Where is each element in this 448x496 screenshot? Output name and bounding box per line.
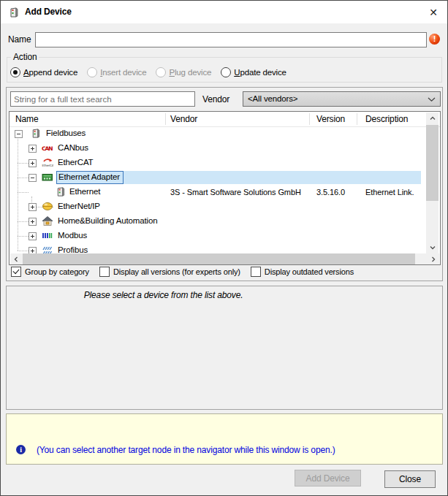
- radio-dot-append[interactable]: [10, 67, 20, 77]
- canbus-icon: CAN: [42, 142, 53, 153]
- close-button[interactable]: Close: [384, 470, 436, 488]
- checkbox-label: Group by category: [25, 267, 89, 276]
- expand-icon[interactable]: [29, 159, 37, 167]
- column-divider: [309, 113, 310, 125]
- action-radio-row: Append device Insert device Plug device …: [10, 67, 286, 77]
- expand-icon[interactable]: [29, 232, 37, 240]
- tree-label[interactable]: CANbus: [58, 143, 88, 152]
- collapse-icon[interactable]: [15, 130, 23, 138]
- expand-icon[interactable]: [29, 218, 37, 226]
- close-icon[interactable]: ✕: [423, 4, 444, 21]
- checkbox-display-all-versions[interactable]: Display all versions (for experts only): [99, 267, 240, 277]
- column-header-vendor[interactable]: Vendor: [170, 114, 197, 124]
- radio-label-plug: Plug device: [169, 68, 211, 77]
- scroll-down-icon[interactable]: [426, 242, 438, 253]
- radio-append-device[interactable]: Append device: [10, 67, 77, 77]
- collapse-icon[interactable]: [29, 174, 37, 182]
- name-label: Name: [8, 34, 31, 45]
- info-icon: i: [16, 445, 26, 454]
- tree-row-ethernet-adapter[interactable]: Ethernet Adapter: [10, 170, 440, 185]
- device-icon: [55, 186, 67, 197]
- tree-label[interactable]: Fieldbuses: [46, 129, 86, 137]
- modbus-icon: [42, 230, 53, 241]
- info-text: (You can select another target node in t…: [37, 445, 335, 455]
- expand-icon[interactable]: [29, 145, 37, 153]
- ethernet-adapter-icon: [42, 172, 53, 183]
- tree-header: Name Vendor Version Description: [10, 112, 440, 127]
- home-icon: [42, 215, 53, 226]
- svg-text:CAN: CAN: [42, 145, 53, 152]
- checkbox-group-by-category[interactable]: Group by category: [11, 267, 89, 277]
- scroll-left-icon[interactable]: [10, 253, 22, 265]
- info-panel: i (You can select another target node in…: [6, 413, 443, 465]
- title-bar: Add Device ✕: [1, 1, 447, 23]
- tree-row-canbus[interactable]: CAN CANbus: [10, 141, 440, 156]
- tree-rows: Fieldbuses CAN CANbus EtherCA: [10, 126, 440, 264]
- error-icon: !: [429, 34, 440, 45]
- scroll-up-icon[interactable]: [426, 112, 438, 124]
- tree-row-modbus[interactable]: Modbus: [10, 229, 440, 243]
- radio-insert-device: Insert device: [87, 67, 146, 77]
- radio-update-device[interactable]: Update device: [221, 67, 286, 77]
- radio-label-update: Update device: [234, 68, 286, 77]
- scroll-right-icon[interactable]: [428, 253, 439, 265]
- add-device-dialog: Add Device ✕ Name ! Action Append device…: [0, 0, 448, 496]
- vendor-dropdown[interactable]: <All vendors>: [243, 91, 441, 107]
- fieldbus-icon: [30, 128, 42, 139]
- tree-label[interactable]: EtherNet/IP: [58, 202, 100, 210]
- column-header-name[interactable]: Name: [15, 114, 38, 124]
- vertical-scroll-thumb[interactable]: [426, 125, 438, 201]
- checkbox-box[interactable]: [251, 267, 261, 277]
- ethercat-icon: EtherCAT: [42, 157, 53, 168]
- vendor-selected-value: <All vendors>: [248, 94, 297, 103]
- description-hint-text: Please select a device from the list abo…: [7, 290, 320, 300]
- vendor-label: Vendor: [202, 94, 229, 104]
- vertical-scrollbar[interactable]: [426, 112, 438, 253]
- tree-label[interactable]: Ethernet: [69, 187, 100, 196]
- add-device-button: Add Device: [295, 470, 361, 487]
- tree-row-fieldbuses[interactable]: Fieldbuses: [10, 126, 440, 141]
- horizontal-scroll-thumb[interactable]: [23, 253, 415, 265]
- cell-vendor: 3S - Smart Software Solutions GmbH: [170, 188, 301, 197]
- column-divider: [357, 113, 357, 125]
- device-icon: [8, 7, 20, 18]
- radio-dot-plug: [156, 67, 166, 77]
- filter-checkboxes: Group by category Display all versions (…: [11, 267, 354, 277]
- checkbox-label: Display all versions (for experts only): [113, 267, 240, 276]
- chevron-down-icon: [428, 97, 436, 102]
- checkbox-display-outdated-versions[interactable]: Display outdated versions: [251, 267, 354, 277]
- checkbox-box-checked[interactable]: [11, 267, 21, 277]
- svg-text:EtherCAT: EtherCAT: [42, 164, 54, 167]
- tree-label[interactable]: Modbus: [58, 231, 87, 240]
- radio-label-append: Append device: [23, 68, 77, 77]
- device-tree[interactable]: Name Vendor Version Description: [9, 111, 441, 265]
- tree-row-ethernet[interactable]: Ethernet 3S - Smart Software Solutions G…: [10, 185, 440, 199]
- device-browser-panel: Vendor <All vendors> Name Vendor Version…: [6, 87, 443, 281]
- tree-row-ethernetip[interactable]: EtherNet/IP: [10, 199, 440, 214]
- tree-row-ethercat[interactable]: EtherCAT EtherCAT: [10, 156, 440, 170]
- search-input[interactable]: [10, 91, 195, 107]
- column-divider: [165, 113, 166, 125]
- radio-plug-device: Plug device: [156, 67, 211, 77]
- selected-tree-label[interactable]: Ethernet Adapter: [56, 171, 124, 184]
- tree-label[interactable]: EtherCAT: [58, 158, 93, 167]
- cell-description: Ethernet Link.: [365, 188, 414, 197]
- cell-version: 3.5.16.0: [316, 188, 345, 197]
- tree-label[interactable]: Home&Building Automation: [58, 216, 157, 225]
- tree-row-home-building[interactable]: Home&Building Automation: [10, 214, 440, 229]
- window-title: Add Device: [25, 1, 72, 23]
- action-group-label: Action: [11, 52, 39, 62]
- expand-icon[interactable]: [29, 203, 37, 211]
- column-header-version[interactable]: Version: [316, 114, 345, 124]
- device-description-panel: Please select a device from the list abo…: [6, 286, 443, 410]
- checkbox-box[interactable]: [99, 267, 110, 277]
- radio-dot-insert: [87, 67, 97, 77]
- radio-dot-update[interactable]: [221, 67, 231, 77]
- column-header-description[interactable]: Description: [365, 114, 408, 124]
- ethernetip-icon: [42, 201, 53, 212]
- radio-label-insert: Insert device: [100, 68, 146, 77]
- name-input[interactable]: [35, 32, 427, 47]
- checkbox-label: Display outdated versions: [265, 267, 354, 276]
- horizontal-scrollbar[interactable]: [10, 253, 439, 265]
